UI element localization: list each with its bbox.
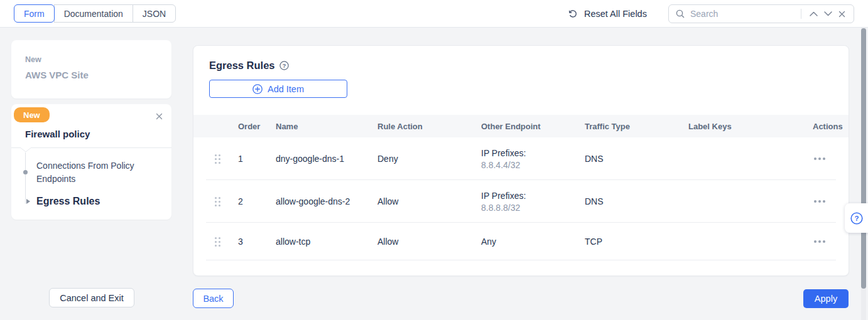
search-box	[668, 4, 854, 23]
cell-traffic-type: DNS	[585, 154, 688, 164]
reset-label: Reset All Fields	[584, 9, 647, 19]
view-mode-tabs: Form Documentation JSON	[14, 4, 176, 23]
policy-section-tree: Connections From Policy Endpoints Egress…	[11, 148, 171, 207]
tree-item-connections-from-policy-endpoints[interactable]: Connections From Policy Endpoints	[11, 159, 156, 186]
add-item-button[interactable]: Add Item	[209, 80, 347, 98]
top-bar: Form Documentation JSON Reset All Fields	[0, 0, 868, 28]
other-endpoint-value: 8.8.8.8/32	[481, 203, 585, 213]
apply-button[interactable]: Apply	[803, 289, 849, 308]
tree-bullet-icon	[23, 170, 28, 174]
cell-name: allow-tcp	[276, 237, 377, 247]
firewall-policy-card: New Firewall policy Connections From Pol…	[11, 104, 171, 220]
cell-order: 3	[238, 237, 276, 247]
cell-traffic-type: TCP	[585, 237, 688, 247]
cancel-and-exit-button[interactable]: Cancel and Exit	[49, 288, 134, 307]
drag-handle-icon[interactable]	[209, 197, 238, 206]
table-row: 3 allow-tcp Allow Any TCP	[193, 223, 849, 260]
tab-documentation[interactable]: Documentation	[54, 4, 133, 23]
other-endpoint-title: IP Prefixes:	[481, 148, 585, 158]
col-label-keys: Label Keys	[688, 122, 796, 131]
tree-item-label: Egress Rules	[36, 196, 100, 206]
add-item-label: Add Item	[268, 84, 304, 94]
help-fab-button[interactable]: ?	[845, 203, 868, 233]
table-header-row: Order Name Rule Action Other Endpoint Tr…	[193, 115, 849, 137]
col-other-endpoint: Other Endpoint	[481, 122, 585, 131]
search-input[interactable]	[690, 9, 796, 19]
tree-item-egress-rules[interactable]: Egress Rules	[11, 196, 171, 207]
back-button[interactable]: Back	[193, 289, 234, 308]
question-circle-icon: ?	[850, 212, 863, 225]
row-actions-menu-button[interactable]	[813, 154, 827, 164]
scrollbar-thumb[interactable]	[861, 28, 866, 289]
tree-arrow-icon	[26, 199, 30, 204]
cell-order: 2	[238, 196, 276, 206]
app-window: Form Documentation JSON Reset All Fields	[0, 0, 868, 320]
cell-other-endpoint: IP Prefixes: 8.8.8.8/32	[481, 191, 585, 213]
policy-card-title: Firewall policy	[25, 129, 90, 139]
tree-item-label: Connections From Policy Endpoints	[36, 161, 134, 184]
site-card: New AWS VPC Site	[11, 40, 171, 99]
row-actions-menu-button[interactable]	[813, 237, 827, 247]
new-badge: New	[14, 107, 50, 122]
cell-rule-action: Allow	[377, 237, 481, 247]
cell-traffic-type: DNS	[585, 196, 688, 206]
cell-rule-action: Deny	[377, 154, 481, 164]
other-endpoint-title: Any	[481, 237, 585, 247]
drag-handle-icon[interactable]	[209, 237, 238, 247]
search-prev-button[interactable]	[806, 9, 821, 18]
other-endpoint-value: 8.8.4.4/32	[481, 160, 585, 170]
plus-circle-icon	[252, 84, 263, 94]
table-row: 1 dny-google-dns-1 Deny IP Prefixes: 8.8…	[193, 137, 849, 180]
cell-name: dny-google-dns-1	[276, 154, 377, 164]
site-card-eyebrow: New	[25, 55, 158, 64]
drag-handle-icon[interactable]	[209, 154, 238, 164]
cell-other-endpoint: Any	[481, 237, 585, 247]
help-circle-icon[interactable]: ?	[279, 61, 289, 70]
site-card-title: AWS VPC Site	[25, 70, 158, 80]
col-traffic-type: Traffic Type	[585, 122, 688, 131]
tab-form[interactable]: Form	[14, 4, 55, 23]
col-rule-action: Rule Action	[377, 122, 481, 131]
row-actions-menu-button[interactable]	[813, 196, 827, 206]
policy-card-close-button[interactable]	[153, 110, 165, 123]
cell-other-endpoint: IP Prefixes: 8.8.4.4/32	[481, 148, 585, 170]
svg-text:?: ?	[282, 63, 286, 69]
table-row: 2 allow-google-dns-2 Allow IP Prefixes: …	[193, 180, 849, 223]
svg-text:?: ?	[854, 215, 859, 222]
cell-name: allow-google-dns-2	[276, 196, 377, 206]
tab-json[interactable]: JSON	[133, 4, 176, 23]
col-order: Order	[238, 122, 276, 131]
egress-rules-panel: Egress Rules ? Add Item Order Name	[193, 45, 849, 276]
cell-rule-action: Allow	[377, 196, 481, 206]
cell-order: 1	[238, 154, 276, 164]
egress-rules-table: Order Name Rule Action Other Endpoint Tr…	[193, 115, 849, 260]
other-endpoint-title: IP Prefixes:	[481, 191, 585, 201]
col-name: Name	[276, 122, 377, 131]
panel-title: Egress Rules	[209, 60, 275, 72]
reset-all-fields-button[interactable]: Reset All Fields	[567, 5, 647, 23]
panel-title-row: Egress Rules ?	[193, 46, 849, 72]
reset-icon	[567, 9, 578, 19]
scrollbar-track[interactable]	[861, 28, 866, 320]
search-close-button[interactable]	[835, 9, 849, 19]
search-next-button[interactable]	[821, 9, 835, 18]
search-icon	[675, 9, 685, 19]
col-actions: Actions	[813, 122, 843, 131]
search-divider	[801, 9, 801, 19]
